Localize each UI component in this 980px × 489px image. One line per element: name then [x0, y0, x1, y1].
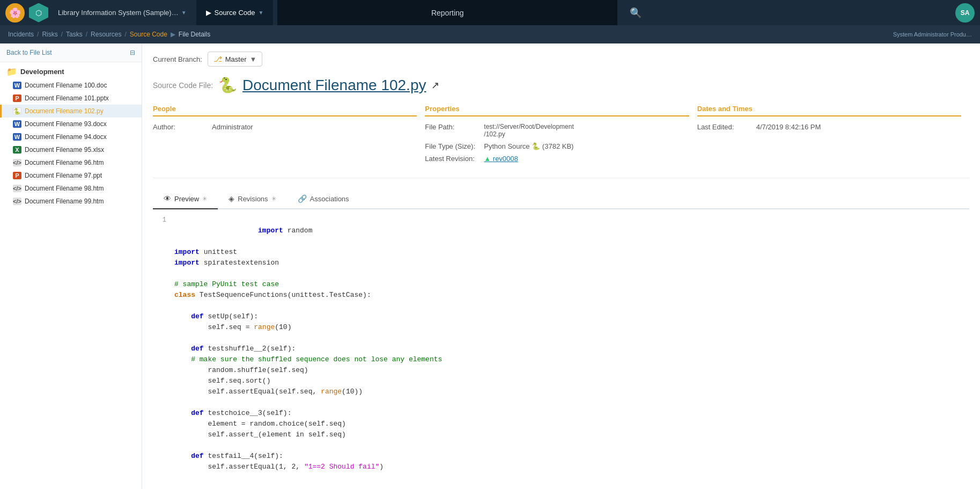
code-line: def testfail__4(self): [153, 451, 969, 462]
branch-icon: ⎇ [213, 55, 222, 63]
breadcrumb: Incidents / Risks / Tasks / Resources / … [0, 25, 980, 43]
external-link-icon[interactable]: ↗ [431, 79, 439, 91]
code-line: self.assert_(element in self.seq) [153, 429, 969, 440]
people-title: People [153, 105, 417, 116]
app-title[interactable]: Library Information System (Sample)… ▼ [53, 9, 192, 17]
code-line: import unittest [153, 247, 969, 258]
code-line [153, 236, 969, 247]
tab-revisions[interactable]: ◈ Revisions ✳ [218, 189, 286, 209]
sidebar-item-docx93[interactable]: W Document Filename 93.docx [0, 118, 142, 130]
code-line: random.shuffle(self.seq) [153, 365, 969, 376]
admin-text: System Administrator Produ… [893, 31, 972, 38]
user-avatar[interactable]: SA [955, 3, 975, 23]
breadcrumb-source-code[interactable]: Source Code [130, 31, 167, 38]
revision-row: Latest Revision: ▲ rev0008 [425, 155, 689, 163]
sidebar-item-htm98[interactable]: </> Document Filename 98.htm [0, 182, 142, 195]
source-code-tab-arrow-icon: ▼ [258, 10, 263, 16]
code-line: element = random.choice(self.seq) [153, 419, 969, 429]
top-nav: 🌸 ⬡ Library Information System (Sample)…… [0, 0, 980, 25]
breadcrumb-risks[interactable]: Risks [42, 31, 57, 38]
dates-title: Dates and Times [697, 105, 961, 116]
preview-asterisk: ✳ [202, 195, 207, 202]
sidebar-item-pptx101[interactable]: P Document Filename 101.pptx [0, 92, 142, 105]
sidebar-item-htm99[interactable]: </> Document Filename 99.htm [0, 195, 142, 208]
associations-icon: 🔗 [298, 194, 307, 203]
file-icon-py: 🐍 [13, 107, 21, 115]
revision-label: Latest Revision: [425, 155, 478, 163]
filetype-label: File Type (Size): [425, 142, 478, 150]
tab-preview[interactable]: 👁 Preview ✳ [153, 189, 218, 209]
code-line: # sample PyUnit test case [153, 279, 969, 290]
code-line: self.assertEqual(self.seq, range(10)) [153, 386, 969, 397]
code-line: # make sure the shuffled sequence does n… [153, 354, 969, 365]
breadcrumb-resources[interactable]: Resources [91, 31, 121, 38]
code-line: self.assertEqual(1, 2, "1==2 Should fail… [153, 462, 969, 472]
breadcrumb-tasks[interactable]: Tasks [66, 31, 83, 38]
author-value: Administrator [212, 123, 253, 131]
author-row: Author: Administrator [153, 123, 417, 131]
filepath-value: test://Server/Root/Development/102.py [484, 123, 573, 138]
sidebar-item-htm96[interactable]: </> Document Filename 96.htm [0, 156, 142, 169]
filepath-row: File Path: test://Server/Root/Developmen… [425, 123, 689, 138]
file-icon-htm98: </> [13, 185, 21, 192]
code-line: def testshuffle__2(self): [153, 344, 969, 354]
code-line [153, 268, 969, 279]
app-title-arrow-icon: ▼ [181, 10, 187, 16]
file-icon-docx: W [13, 120, 21, 128]
sidebar-item-ppt97[interactable]: P Document Filename 97.ppt [0, 169, 142, 182]
properties-section: Properties File Path: test://Server/Root… [425, 105, 697, 167]
code-line: 1 [153, 215, 969, 225]
author-label: Author: [153, 123, 207, 131]
code-line: self.seq.sort() [153, 376, 969, 386]
last-edited-label: Last Edited: [697, 123, 751, 131]
code-line [153, 333, 969, 344]
code-line: class TestSequenceFunctions(unittest.Tes… [153, 290, 969, 301]
revision-value[interactable]: ▲ rev0008 [484, 155, 518, 163]
sidebar-item-py102[interactable]: 🐍 Document Filename 102.py [0, 105, 142, 118]
file-icon-pptx: P [13, 94, 21, 102]
file-header: Source Code File: 🐍 Document Filename 10… [153, 76, 969, 94]
code-line: def setUp(self): [153, 311, 969, 322]
main-layout: Back to File List ⊟ 📁 Development W Docu… [0, 43, 980, 489]
branch-selector[interactable]: ⎇ Master ▼ [208, 52, 263, 67]
nav-tab-source-code[interactable]: ▶ Source Code ▼ [196, 0, 274, 25]
tab-bar: 👁 Preview ✳ ◈ Revisions ✳ 🔗 Associations [153, 189, 969, 209]
back-to-file-list-button[interactable]: Back to File List ⊟ [0, 43, 142, 62]
revisions-icon: ◈ [229, 194, 234, 203]
logo-hex[interactable]: ⬡ [29, 3, 48, 23]
code-line [153, 301, 969, 311]
file-icon-xlsx: X [13, 146, 21, 154]
code-container: 1 import random import unittest import s… [153, 209, 969, 478]
code-line [153, 397, 969, 408]
file-header-label: Source Code File: [153, 81, 213, 90]
python-small-icon: 🐍 [532, 142, 542, 150]
search-button[interactable]: 🔍 [622, 7, 650, 19]
sidebar-item-doc100[interactable]: W Document Filename 100.doc [0, 79, 142, 92]
code-line [153, 440, 969, 451]
tab-associations[interactable]: 🔗 Associations [287, 189, 360, 209]
file-icon-htm96: </> [13, 159, 21, 166]
nav-tab-reporting[interactable]: Reporting [277, 0, 617, 25]
code-line: import spiratestextension [153, 258, 969, 268]
file-icon-htm99: </> [13, 198, 21, 205]
last-edited-row: Last Edited: 4/7/2019 8:42:16 PM [697, 123, 961, 131]
preview-icon: 👁 [164, 194, 171, 203]
branch-label: Current Branch: [153, 55, 202, 63]
collapse-icon: ⊟ [130, 49, 135, 56]
branch-bar: Current Branch: ⎇ Master ▼ [153, 52, 969, 67]
breadcrumb-incidents[interactable]: Incidents [8, 31, 34, 38]
folder-icon: 📁 [6, 67, 17, 77]
file-icon-word: W [13, 82, 21, 89]
sidebar-item-docx94[interactable]: W Document Filename 94.docx [0, 130, 142, 143]
properties-title: Properties [425, 105, 689, 116]
file-title[interactable]: Document Filename 102.py [242, 77, 426, 94]
code-line: def testchoice__3(self): [153, 408, 969, 419]
revisions-asterisk: ✳ [271, 195, 276, 202]
last-edited-value: 4/7/2019 8:42:16 PM [756, 123, 821, 131]
file-icon-ppt97: P [13, 172, 21, 179]
sidebar-item-xlsx95[interactable]: X Document Filename 95.xlsx [0, 143, 142, 156]
code-line: self.seq = range(10) [153, 322, 969, 333]
filetype-row: File Type (Size): Python Source 🐍 (3782 … [425, 142, 689, 150]
source-code-tab-icon: ▶ [206, 9, 211, 17]
logo-orange[interactable]: 🌸 [5, 3, 25, 23]
